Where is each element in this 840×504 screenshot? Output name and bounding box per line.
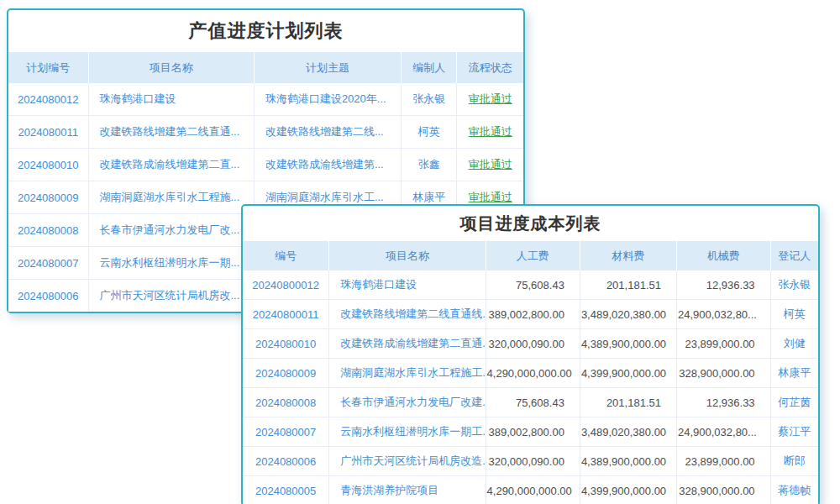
registrant-cell: 柯英 [770,300,818,329]
cost-id-cell[interactable]: 20240800011 [243,300,329,329]
registrant-cell: 断郎 [770,447,818,476]
cost-id-cell[interactable]: 20240800012 [243,270,329,300]
labor-cost-cell: 389,002,800.00 [486,417,580,447]
machine-cost-cell: 12,936.33 [676,270,770,300]
table-row: 2024080006广州市天河区统计局机房改造...320,000,090.00… [243,447,818,476]
project-name-cell[interactable]: 长春市伊通河水力发电厂改... [88,214,254,247]
material-cost-header: 材料费 [580,241,676,270]
machine-cost-cell: 23,899,000.00 [676,447,770,476]
material-cost-cell: 201,181.51 [580,388,676,417]
cost-id-header: 编号 [243,241,329,270]
registrant-cell: 林康平 [770,359,818,388]
project-name-header: 项目名称 [88,52,254,83]
cost-id-cell[interactable]: 2024080005 [243,476,329,504]
table-row: 2024080010改建铁路成渝线增建第二直...改建铁路成渝线增建第...张鑫… [8,149,523,181]
material-cost-cell: 3,489,020,380.00 [580,300,676,329]
compiler-cell: 柯英 [402,116,457,149]
plan-list-title: 产值进度计划列表 [8,10,523,52]
flow-status-header: 流程状态 [457,52,523,83]
material-cost-cell: 4,399,900,000.00 [580,476,676,504]
labor-cost-cell: 389,002,800.00 [486,300,580,329]
material-cost-cell: 201,181.51 [580,270,676,300]
machine-cost-header: 机械费 [676,241,770,270]
registrant-cell: 蒋德帧 [770,476,818,504]
project-name-cell[interactable]: 长春市伊通河水力发电厂改建... [329,388,486,417]
table-row: 20240800011改建铁路线增建第二线直通线...389,002,800.0… [243,300,818,329]
machine-cost-cell: 23,899,000.00 [676,329,770,359]
project-name-cell[interactable]: 珠海鹤港口建设 [329,270,486,300]
plan-id-cell[interactable]: 2024080007 [8,247,88,280]
plan-subject-header: 计划主题 [254,52,401,83]
labor-cost-cell: 4,290,000,000.00 [486,476,580,504]
registrant-cell: 张永银 [770,270,818,300]
project-name-cell[interactable]: 珠海鹤港口建设 [88,83,254,116]
material-cost-cell: 4,399,900,000.00 [580,359,676,388]
table-row: 2024080012珠海鹤港口建设珠海鹤港口建设2020年...张永银审批通过 [8,83,523,116]
plan-id-cell[interactable]: 2024080009 [8,181,88,214]
registrant-cell: 蔡江平 [770,417,818,447]
table-row: 2024080008长春市伊通河水力发电厂改建...75,608.43201,1… [243,388,818,417]
registrant-header: 登记人 [770,241,818,270]
plan-id-cell[interactable]: 2024080010 [8,149,88,181]
labor-cost-cell: 4,290,000,000.00 [486,359,580,388]
machine-cost-cell: 12,936.33 [676,388,770,417]
registrant-cell: 刘健 [770,329,818,359]
plan-id-cell[interactable]: 2024080006 [8,280,88,312]
labor-cost-header: 人工费 [486,241,580,270]
material-cost-cell: 4,389,900,000.00 [580,447,676,476]
labor-cost-cell: 75,608.43 [486,388,580,417]
project-name-cell[interactable]: 湖南洞庭湖水库引水工程施工... [329,359,486,388]
cost-id-cell[interactable]: 2024080008 [243,388,329,417]
compiler-header: 编制人 [402,52,457,83]
project-name-cell[interactable]: 广州市天河区统计局机房改... [88,280,254,312]
project-name-cell[interactable]: 湖南洞庭湖水库引水工程施... [88,181,254,214]
flow-status-cell[interactable]: 审批通过 [457,149,523,181]
page: { "colors": { "accent_border": "#2bb3c2"… [0,0,840,504]
machine-cost-cell: 328,900,000.00 [676,359,770,388]
plan-subject-cell[interactable]: 改建铁路成渝线增建第... [254,149,401,181]
flow-status-cell[interactable]: 审批通过 [457,116,523,149]
cost-list-title: 项目进度成本列表 [243,206,818,241]
project-name-cell[interactable]: 广州市天河区统计局机房改造... [329,447,486,476]
cost-id-cell[interactable]: 2024080006 [243,447,329,476]
compiler-cell: 张永银 [402,83,457,116]
labor-cost-cell: 320,000,090.00 [486,329,580,359]
plan-id-cell[interactable]: 2024080008 [8,214,88,247]
project-name-cell[interactable]: 改建铁路成渝线增建第二直... [88,149,254,181]
plan-subject-cell[interactable]: 珠海鹤港口建设2020年... [254,83,401,116]
plan-id-header: 计划编号 [8,52,88,83]
plan-id-cell[interactable]: 2024080012 [8,83,88,116]
cost-list-table: 编号项目名称人工费材料费机械费登记人20240800012珠海鹤港口建设75,6… [243,241,818,504]
compiler-cell: 张鑫 [402,149,457,181]
table-row: 2024080007云南水利枢纽潜明水库一期工...389,002,800.00… [243,417,818,447]
plan-subject-cell[interactable]: 改建铁路线增建第二线... [254,116,401,149]
material-cost-cell: 3,489,020,380.00 [580,417,676,447]
project-name-cell[interactable]: 改建铁路成渝线增建第二直通... [329,329,486,359]
cost-id-cell[interactable]: 2024080010 [243,329,329,359]
project-name-cell[interactable]: 改建铁路线增建第二线直通线... [329,300,486,329]
flow-status-cell[interactable]: 审批通过 [457,83,523,116]
machine-cost-cell: 24,900,032,80... [676,300,770,329]
cost-id-cell[interactable]: 2024080007 [243,417,329,447]
cost-id-cell[interactable]: 2024080009 [243,359,329,388]
plan-id-cell[interactable]: 2024080011 [8,116,88,149]
table-row: 20240800012珠海鹤港口建设75,608.43201,181.5112,… [243,270,818,300]
header-row: 计划编号项目名称计划主题编制人流程状态 [8,52,523,83]
project-name-cell[interactable]: 改建铁路线增建第二线直通... [88,116,254,149]
labor-cost-cell: 320,000,090.00 [486,447,580,476]
project-name-header: 项目名称 [329,241,486,270]
table-row: 2024080009湖南洞庭湖水库引水工程施工...4,290,000,000.… [243,359,818,388]
project-name-cell[interactable]: 云南水利枢纽潜明水库一期工... [329,417,486,447]
table-row: 2024080010改建铁路成渝线增建第二直通...320,000,090.00… [243,329,818,359]
material-cost-cell: 4,389,900,000.00 [580,329,676,359]
header-row: 编号项目名称人工费材料费机械费登记人 [243,241,818,270]
project-name-cell[interactable]: 云南水利枢纽潜明水库一期... [88,247,254,280]
registrant-cell: 何芷茵 [770,388,818,417]
project-progress-cost-list-card: 项目进度成本列表 编号项目名称人工费材料费机械费登记人20240800012珠海… [241,204,820,504]
table-row: 2024080005青海洪湖养护院项目4,290,000,000.004,399… [243,476,818,504]
table-row: 2024080011改建铁路线增建第二线直通...改建铁路线增建第二线...柯英… [8,116,523,149]
project-name-cell[interactable]: 青海洪湖养护院项目 [329,476,486,504]
labor-cost-cell: 75,608.43 [486,270,580,300]
machine-cost-cell: 24,900,032,80... [676,417,770,447]
machine-cost-cell: 328,900,000.00 [676,476,770,504]
